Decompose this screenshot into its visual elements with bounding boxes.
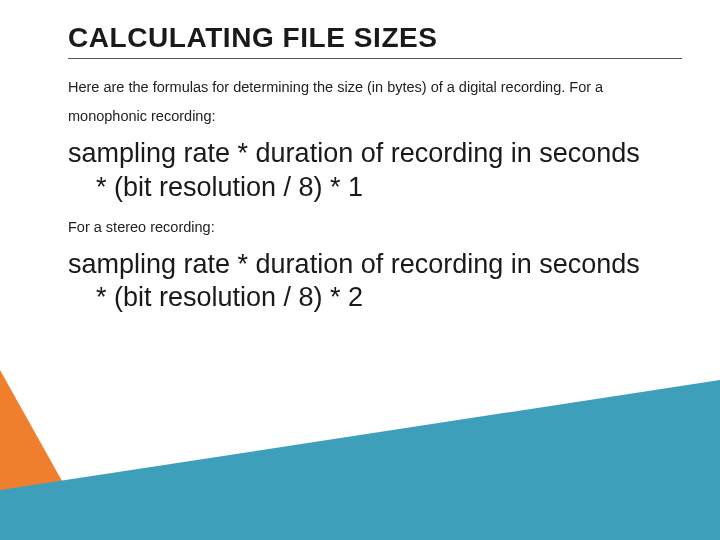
formula-mono-line2: * (bit resolution / 8) * 1 xyxy=(68,171,682,205)
title-underline xyxy=(68,58,682,59)
slide: CALCULATING FILE SIZES Here are the form… xyxy=(0,0,720,540)
teal-wedge-decor xyxy=(0,340,720,540)
formula-stereo-line1: sampling rate * duration of recording in… xyxy=(68,249,640,279)
stereo-label: For a stereo recording: xyxy=(68,213,682,242)
formula-mono-line1: sampling rate * duration of recording in… xyxy=(68,138,640,168)
intro-text: Here are the formulas for determining th… xyxy=(68,73,682,131)
page-title: CALCULATING FILE SIZES xyxy=(68,22,682,54)
svg-marker-0 xyxy=(0,380,720,540)
orange-triangle-decor xyxy=(0,370,95,540)
formula-mono: sampling rate * duration of recording in… xyxy=(68,137,682,205)
formula-stereo: sampling rate * duration of recording in… xyxy=(68,248,682,316)
formula-stereo-line2: * (bit resolution / 8) * 2 xyxy=(68,281,682,315)
slide-content: CALCULATING FILE SIZES Here are the form… xyxy=(0,0,720,315)
